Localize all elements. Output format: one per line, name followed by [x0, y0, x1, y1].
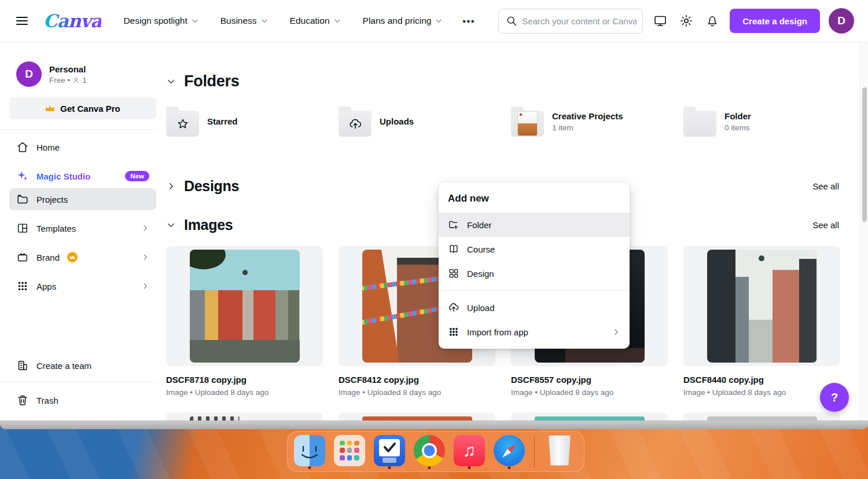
canva-logo[interactable]: Canva [43, 10, 101, 31]
images-see-all-link[interactable]: See all [812, 220, 839, 230]
sidebar-item-apps[interactable]: Apps [9, 275, 156, 297]
menu-item-course[interactable]: Course [439, 237, 630, 261]
sidebar-item-projects[interactable]: Projects [9, 188, 156, 210]
image-thumbnail[interactable] [683, 246, 840, 366]
folder-uploads[interactable]: Uploads [339, 106, 495, 137]
folder-starred[interactable]: Starred [166, 106, 323, 137]
image-card[interactable] [166, 412, 323, 421]
section-title: Designs [184, 178, 239, 195]
create-a-team-button[interactable]: Create a team [9, 354, 156, 376]
next-image-row-partial [166, 412, 840, 421]
image-card: DSCF8718 copy.jpg Image • Uploaded 8 day… [166, 246, 323, 397]
image-card: DSCF8440 copy.jpg Image • Uploaded 8 day… [683, 246, 840, 397]
folder-shape [166, 111, 199, 137]
nav-business[interactable]: Business [220, 16, 269, 26]
brand-kit-icon [16, 251, 29, 264]
chevron-right-icon [141, 282, 149, 290]
image-meta: Image • Uploaded 8 days ago [511, 388, 668, 397]
sidebar-item-home[interactable]: Home [9, 136, 156, 158]
scrollbar[interactable] [860, 42, 868, 421]
image-filename: DSCF8412 copy.jpg [339, 375, 495, 385]
designs-see-all-link[interactable]: See all [812, 181, 839, 191]
image-thumbnail[interactable] [166, 246, 323, 366]
nav-design-spotlight[interactable]: Design spotlight [123, 16, 198, 26]
dock: ♫ [287, 431, 584, 472]
cloud-upload-icon [448, 302, 459, 313]
sidebar-item-templates[interactable]: Templates [9, 217, 156, 239]
help-button[interactable]: ? [820, 383, 849, 412]
image-meta: Image • Uploaded 8 days ago [683, 388, 840, 397]
top-navbar: Canva Design spotlight Business Educatio… [0, 0, 868, 42]
photo-narrow-street [707, 250, 817, 363]
section-title: Folders [184, 72, 239, 90]
new-badge: New [125, 171, 149, 181]
image-meta: Image • Uploaded 8 days ago [166, 388, 323, 397]
dock-divider [534, 436, 535, 467]
folder-generic[interactable]: Folder 0 items [683, 106, 840, 137]
chrome-icon[interactable] [413, 435, 446, 469]
apps-grid-icon [16, 280, 29, 292]
gear-icon[interactable] [679, 14, 693, 28]
menu-item-design[interactable]: Design [439, 261, 630, 286]
music-icon[interactable]: ♫ [453, 435, 486, 469]
scrollbar-thumb[interactable] [862, 87, 867, 222]
search-bar[interactable] [498, 9, 643, 34]
chevron-down-icon[interactable] [166, 220, 176, 230]
safari-icon[interactable] [493, 435, 525, 469]
bell-icon[interactable] [705, 14, 719, 28]
get-canva-pro-button[interactable]: Get Canva Pro [9, 97, 156, 119]
nav-education[interactable]: Education [290, 16, 341, 26]
photo-street-scene [190, 250, 300, 363]
avatar: D [16, 61, 42, 87]
image-card[interactable] [339, 412, 495, 421]
folder-creative-projects[interactable]: Creative Projects 1 item [511, 106, 668, 137]
divider [0, 382, 156, 382]
finder-icon[interactable] [293, 435, 326, 469]
image-filename: DSCF8557 copy.jpg [511, 375, 668, 385]
sidebar-item-trash[interactable]: Trash [9, 389, 156, 411]
tasks-app-icon[interactable] [373, 435, 406, 469]
section-title: Images [184, 217, 233, 233]
projects-folder-icon [16, 193, 29, 206]
templates-icon [16, 222, 29, 235]
pro-crown-badge [67, 252, 78, 262]
account-switcher[interactable]: D Personal Free • 1 [16, 61, 87, 87]
member-icon [72, 76, 80, 84]
star-icon [176, 118, 189, 130]
display-icon[interactable] [653, 14, 667, 28]
nav-plans-pricing[interactable]: Plans and pricing [363, 16, 443, 26]
menu-divider [439, 290, 630, 291]
trash-icon [16, 394, 29, 407]
sidebar-item-brand[interactable]: Brand [9, 246, 156, 268]
search-input[interactable] [522, 16, 637, 26]
crown-icon [45, 104, 55, 112]
design-grid-icon [448, 268, 459, 279]
image-card[interactable] [511, 412, 668, 421]
menu-item-import-from-app[interactable]: Import from app [439, 320, 630, 344]
create-a-design-button[interactable]: Create a design [730, 9, 820, 33]
dots-grid-icon [448, 326, 459, 338]
menu-item-upload[interactable]: Upload [439, 295, 630, 320]
folder-shape [511, 111, 544, 137]
launchpad-icon[interactable] [333, 435, 366, 469]
folders-section-header: Folders [166, 72, 839, 90]
sidebar-item-magic-studio[interactable]: Magic Studio New [9, 165, 156, 187]
trash-dock-icon[interactable] [543, 435, 576, 469]
add-new-menu: Add new Folder Course Design Upload Impo… [439, 182, 630, 349]
browser-window: Canva Design spotlight Business Educatio… [0, 0, 868, 429]
chevron-right-icon [141, 224, 149, 232]
image-card[interactable] [683, 412, 840, 421]
hamburger-menu-icon[interactable] [16, 17, 28, 25]
folders-row: Starred Uploads Creative Projects 1 item [166, 106, 839, 137]
team-building-icon [16, 359, 29, 372]
account-avatar[interactable]: D [829, 8, 854, 34]
account-name: Personal [49, 64, 87, 74]
book-icon [448, 243, 459, 255]
nav-overflow-icon[interactable]: ••• [462, 16, 475, 26]
main-nav: Design spotlight Business Education Plan… [123, 16, 443, 26]
chevron-down-icon[interactable] [166, 76, 176, 86]
chevron-right-icon[interactable] [166, 181, 176, 191]
navbar-icons [653, 14, 719, 28]
menu-item-folder[interactable]: Folder [439, 213, 630, 237]
folder-shape [683, 111, 716, 137]
